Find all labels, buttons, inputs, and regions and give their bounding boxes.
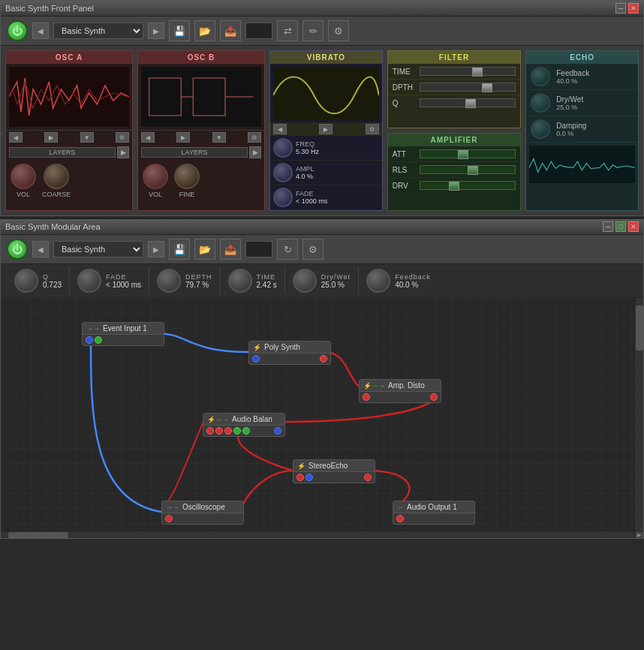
osc-port-red[interactable] <box>165 515 173 522</box>
minimize-button[interactable]: ─ <box>615 3 626 14</box>
node-poly-synth[interactable]: ⚡ Poly Synth <box>248 341 331 365</box>
osc-b-prev[interactable]: ◀ <box>141 132 155 143</box>
osc-b-down[interactable]: ▼ <box>212 132 226 143</box>
node-audio-output[interactable]: → Audio Output 1 <box>393 501 475 525</box>
osc-b-settings[interactable]: ⚙ <box>248 132 261 143</box>
filter-q-thumb[interactable] <box>465 99 476 108</box>
filter-time-thumb[interactable] <box>472 68 483 77</box>
port-red-in[interactable] <box>363 393 370 401</box>
filter-dpth-thumb[interactable] <box>482 83 492 92</box>
power-button[interactable] <box>7 20 28 41</box>
vibrato-freq-knob[interactable] <box>273 138 293 158</box>
se-port-red-in[interactable] <box>296 474 304 481</box>
shuffle-button[interactable]: ⇄ <box>277 20 298 41</box>
amp-rls-track[interactable] <box>420 165 516 174</box>
modular-sync-button[interactable]: ↻ <box>277 239 298 260</box>
amp-att-track[interactable] <box>420 149 516 158</box>
port-red-out2[interactable] <box>430 393 438 401</box>
modular-prev-button[interactable]: ◀ <box>32 241 49 257</box>
osc-a-coarse-knob[interactable] <box>44 164 69 189</box>
export-button[interactable]: 📤 <box>220 20 241 41</box>
load-button[interactable]: 📂 <box>194 20 215 41</box>
close-button[interactable]: ✕ <box>628 3 639 14</box>
vib-settings[interactable]: ⚙ <box>366 124 379 134</box>
ab-port-green1[interactable] <box>233 427 241 435</box>
osc-a-vol-knob[interactable] <box>11 164 36 189</box>
vibrato-ampl-label: AMPL <box>296 165 322 173</box>
port-green[interactable] <box>95 336 102 344</box>
modular-canvas[interactable]: →→ Event Input 1 ⚡ <box>1 298 643 531</box>
param-fade-knob[interactable] <box>77 269 101 293</box>
modular-save-button[interactable]: 💾 <box>169 239 190 260</box>
preset-dropdown[interactable]: Basic Synth <box>53 23 143 39</box>
echo-drywet-knob[interactable] <box>531 93 550 113</box>
osc-a-layers-expand[interactable]: ▶ <box>117 146 129 158</box>
node-stereo-echo[interactable]: ⚡ StereoEcho <box>293 459 375 483</box>
osc-a-settings[interactable]: ⚙ <box>116 132 129 143</box>
modular-settings-button[interactable]: ⚙ <box>302 239 324 260</box>
vibrato-ampl-knob[interactable] <box>273 163 293 182</box>
next-preset-button[interactable]: ▶ <box>148 23 164 39</box>
osc-a-next[interactable]: ▶ <box>44 132 58 143</box>
preset-number-input[interactable]: 0 <box>245 23 272 39</box>
param-feedback-knob[interactable] <box>366 269 390 293</box>
ab-port-red3[interactable] <box>224 427 232 435</box>
param-drywet-knob[interactable] <box>293 269 317 293</box>
ab-port-red1[interactable] <box>206 427 214 435</box>
osc-b-vol-knob[interactable] <box>143 164 168 189</box>
node-oscilloscope[interactable]: →→ Oscilloscope <box>161 501 244 525</box>
canvas-scrollbar-v[interactable] <box>634 298 643 531</box>
port-blue-in[interactable] <box>252 355 260 363</box>
osc-a-down[interactable]: ▼ <box>80 132 94 143</box>
port-blue[interactable] <box>86 336 93 344</box>
ab-port-green2[interactable] <box>242 427 250 435</box>
amp-att-thumb[interactable] <box>458 150 468 159</box>
vibrato-fade-knob[interactable] <box>273 188 293 207</box>
se-port-blue-in[interactable] <box>305 474 313 481</box>
scroll-arrow-right-icon[interactable]: ▶ <box>637 532 641 538</box>
node-event-input[interactable]: →→ Event Input 1 <box>82 322 164 346</box>
prev-preset-button[interactable]: ◀ <box>32 23 49 39</box>
canvas-scrollbar-h[interactable]: ▶ <box>1 531 643 538</box>
osc-a-prev[interactable]: ◀ <box>9 132 23 143</box>
param-time-knob[interactable] <box>228 269 252 293</box>
vib-next[interactable]: ▶ <box>319 124 333 134</box>
modular-preset-number[interactable]: 0 <box>245 241 272 257</box>
se-port-red-out[interactable] <box>364 474 372 481</box>
amp-drv-thumb[interactable] <box>449 182 459 191</box>
osc-b-next[interactable]: ▶ <box>176 132 190 143</box>
vib-prev[interactable]: ◀ <box>273 124 287 134</box>
canvas-scrollbar-v-thumb[interactable] <box>636 305 643 351</box>
node-amp-disto[interactable]: ⚡→→ Amp. Disto <box>359 379 441 403</box>
modular-load-button[interactable]: 📂 <box>194 239 215 260</box>
modular-power-button[interactable] <box>7 239 28 260</box>
modular-preset-dropdown[interactable]: Basic Synth <box>53 241 143 257</box>
echo-module: ECHO Feedback 40.0 % Dry/Wet 25.0 % <box>525 50 639 211</box>
node-audio-balan[interactable]: ⚡→→ Audio Balan <box>203 413 285 437</box>
edit-button[interactable]: ✏ <box>302 20 324 41</box>
osc-b-fine-knob[interactable] <box>174 164 200 189</box>
ab-port-red2[interactable] <box>215 427 223 435</box>
echo-damping-knob[interactable] <box>531 119 550 139</box>
filter-q-track[interactable] <box>420 98 516 107</box>
filter-dpth-track[interactable] <box>420 83 516 92</box>
osc-b-layers-expand[interactable]: ▶ <box>249 146 261 158</box>
param-depth-knob[interactable] <box>157 269 181 293</box>
modular-minimize-button[interactable]: ─ <box>603 221 613 232</box>
save-button[interactable]: 💾 <box>169 20 190 41</box>
ao-port-red[interactable] <box>396 515 404 522</box>
filter-time-track[interactable] <box>420 67 516 76</box>
amp-drv-track[interactable] <box>420 181 516 190</box>
settings-button[interactable]: ⚙ <box>328 20 349 41</box>
param-q-knob[interactable] <box>14 269 38 293</box>
canvas-scrollbar-h-thumb[interactable] <box>8 532 68 538</box>
modular-next-button[interactable]: ▶ <box>148 241 164 257</box>
modular-export-button[interactable]: 📤 <box>220 239 241 260</box>
amp-rls-thumb[interactable] <box>468 166 478 175</box>
port-red-out[interactable] <box>320 355 327 363</box>
modular-close-button[interactable]: ✕ <box>628 221 639 232</box>
ab-port-blue[interactable] <box>274 427 281 435</box>
modular-restore-button[interactable]: □ <box>615 221 626 232</box>
echo-feedback-knob[interactable] <box>531 67 550 86</box>
filter-module: FILTER TIME DPTH Q <box>387 50 522 128</box>
